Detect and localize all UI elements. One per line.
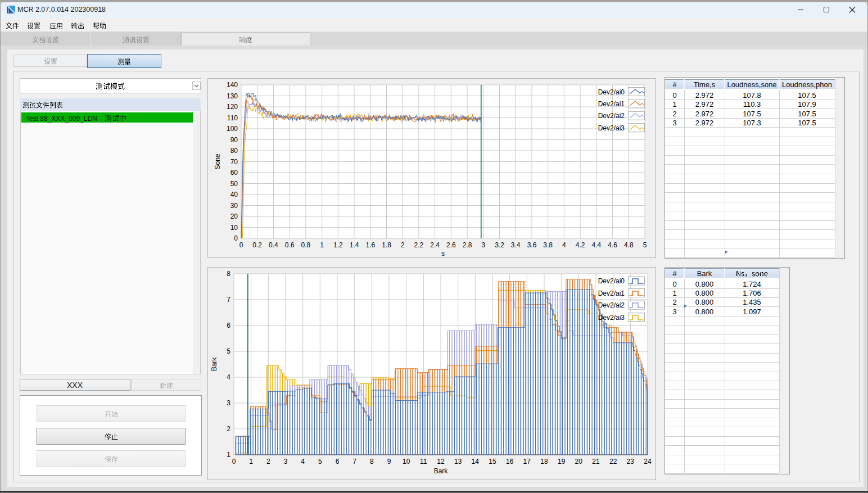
svg-text:0.6: 0.6 xyxy=(285,241,295,249)
svg-text:3.4: 3.4 xyxy=(511,241,521,249)
svg-text:60: 60 xyxy=(230,169,238,177)
svg-text:17: 17 xyxy=(523,458,531,465)
svg-text:100: 100 xyxy=(227,125,238,133)
svg-text:0: 0 xyxy=(239,241,243,249)
svg-text:7: 7 xyxy=(352,458,356,465)
svg-text:2.4: 2.4 xyxy=(430,241,440,249)
svg-text:1.8: 1.8 xyxy=(382,241,391,249)
svg-text:Dev2/ai1: Dev2/ai1 xyxy=(598,100,625,108)
svg-text:0.2: 0.2 xyxy=(252,241,262,249)
svg-text:24: 24 xyxy=(644,458,652,465)
svg-text:2.2: 2.2 xyxy=(414,241,424,249)
svg-text:0: 0 xyxy=(234,234,238,242)
svg-text:110: 110 xyxy=(227,114,238,122)
svg-text:14: 14 xyxy=(472,458,480,465)
svg-text:70: 70 xyxy=(230,158,238,166)
svg-text:9: 9 xyxy=(387,458,391,465)
svg-text:5: 5 xyxy=(227,347,230,355)
svg-text:Dev2/ai0: Dev2/ai0 xyxy=(598,88,625,96)
svg-text:1.2: 1.2 xyxy=(333,241,343,249)
svg-text:4: 4 xyxy=(227,373,230,381)
svg-text:8: 8 xyxy=(227,270,230,278)
svg-text:12: 12 xyxy=(437,458,445,465)
svg-text:3: 3 xyxy=(284,458,288,465)
svg-text:80: 80 xyxy=(230,147,238,155)
svg-text:0: 0 xyxy=(232,458,236,465)
svg-text:Dev2/ai2: Dev2/ai2 xyxy=(598,112,625,120)
svg-text:2: 2 xyxy=(266,458,270,465)
svg-text:4.6: 4.6 xyxy=(608,241,617,249)
svg-text:1.6: 1.6 xyxy=(365,241,375,249)
svg-text:1: 1 xyxy=(227,451,230,459)
svg-text:1.4: 1.4 xyxy=(350,241,359,249)
svg-text:1: 1 xyxy=(320,241,324,249)
svg-text:Dev2/ai2: Dev2/ai2 xyxy=(598,301,625,309)
svg-text:5: 5 xyxy=(318,458,322,465)
svg-text:2: 2 xyxy=(401,241,405,249)
svg-text:23: 23 xyxy=(627,458,635,465)
svg-text:4: 4 xyxy=(301,458,305,465)
svg-text:3: 3 xyxy=(481,241,485,249)
svg-text:6: 6 xyxy=(227,322,230,329)
svg-text:4.2: 4.2 xyxy=(576,241,585,249)
svg-text:19: 19 xyxy=(558,458,566,465)
svg-text:Dev2/ai3: Dev2/ai3 xyxy=(598,314,625,322)
svg-text:0.8: 0.8 xyxy=(301,241,311,249)
svg-text:11: 11 xyxy=(420,458,427,465)
svg-text:18: 18 xyxy=(540,458,548,465)
svg-text:21: 21 xyxy=(592,458,600,465)
svg-text:Dev2/ai1: Dev2/ai1 xyxy=(598,290,625,297)
svg-text:40: 40 xyxy=(230,191,238,198)
svg-text:4.8: 4.8 xyxy=(624,241,634,249)
svg-text:4: 4 xyxy=(562,241,566,249)
svg-text:2.8: 2.8 xyxy=(463,241,472,249)
svg-text:15: 15 xyxy=(489,458,496,465)
svg-text:3: 3 xyxy=(227,399,230,407)
svg-text:130: 130 xyxy=(227,92,238,100)
svg-text:13: 13 xyxy=(454,458,462,465)
svg-text:Bark: Bark xyxy=(210,357,218,372)
svg-text:0.4: 0.4 xyxy=(269,241,278,249)
svg-text:30: 30 xyxy=(230,202,238,210)
svg-text:16: 16 xyxy=(506,458,514,465)
svg-text:10: 10 xyxy=(230,224,238,232)
svg-text:6: 6 xyxy=(336,458,340,465)
svg-text:7: 7 xyxy=(227,296,230,304)
svg-text:Dev2/ai3: Dev2/ai3 xyxy=(598,124,625,132)
svg-text:10: 10 xyxy=(403,458,410,465)
svg-text:3.2: 3.2 xyxy=(495,241,504,249)
svg-text:8: 8 xyxy=(370,458,374,465)
svg-text:20: 20 xyxy=(575,458,583,465)
svg-text:50: 50 xyxy=(230,180,238,188)
svg-text:1: 1 xyxy=(249,458,253,465)
svg-text:90: 90 xyxy=(230,136,238,144)
svg-text:2.6: 2.6 xyxy=(446,241,456,249)
svg-text:120: 120 xyxy=(227,103,238,111)
svg-text:2: 2 xyxy=(227,425,230,433)
svg-text:3.8: 3.8 xyxy=(543,241,553,249)
svg-text:3.6: 3.6 xyxy=(527,241,537,249)
svg-text:20: 20 xyxy=(230,212,238,220)
svg-text:22: 22 xyxy=(609,458,617,465)
svg-text:s: s xyxy=(441,250,445,257)
svg-text:Dev2/ai0: Dev2/ai0 xyxy=(598,277,625,285)
svg-text:Bark: Bark xyxy=(434,467,449,475)
svg-text:5: 5 xyxy=(643,241,647,249)
svg-text:140: 140 xyxy=(227,81,238,89)
svg-text:Sone: Sone xyxy=(214,153,221,169)
svg-text:4.4: 4.4 xyxy=(591,241,601,249)
